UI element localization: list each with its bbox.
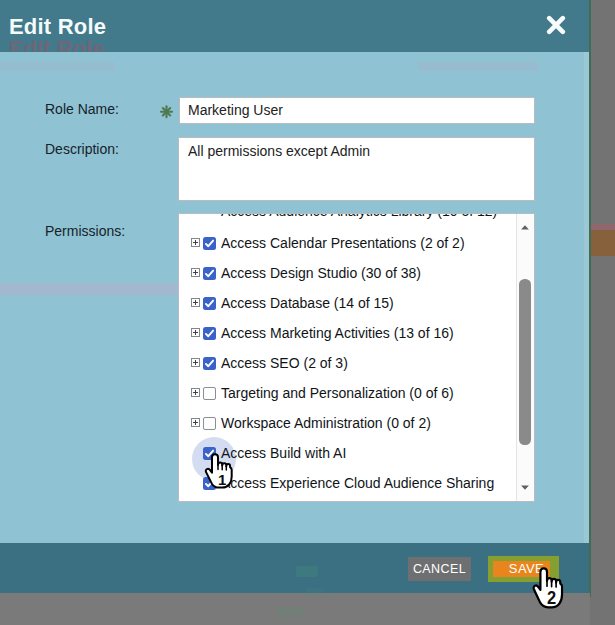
svg-text:1: 1 bbox=[218, 471, 226, 488]
svg-text:2: 2 bbox=[547, 588, 556, 608]
